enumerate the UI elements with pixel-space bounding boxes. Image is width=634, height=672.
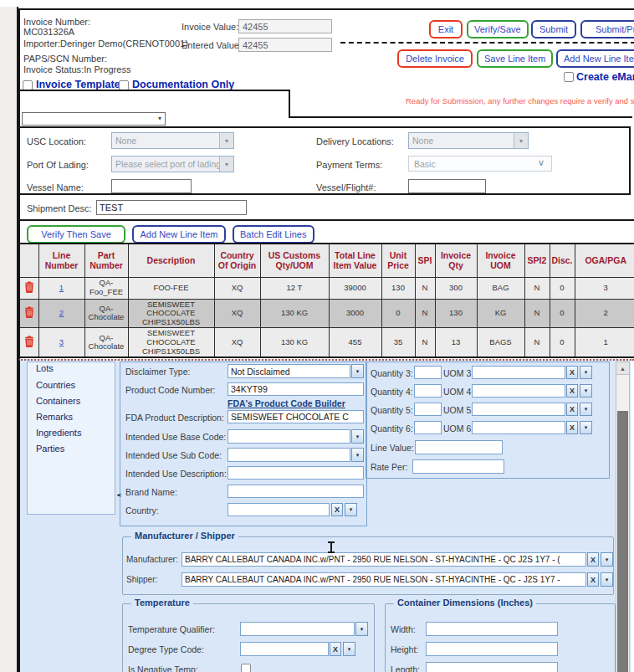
brand-name-input[interactable] [228, 485, 364, 498]
fda-product-description-input[interactable] [228, 410, 364, 423]
chevron-down-icon[interactable]: ▾ [580, 366, 592, 379]
column-header[interactable]: Unit Price [381, 244, 415, 277]
country-input[interactable] [228, 503, 330, 516]
clear-icon[interactable]: X [587, 552, 599, 567]
invoice-value-input[interactable] [238, 19, 332, 33]
clear-icon[interactable]: X [566, 366, 578, 379]
column-header[interactable]: Description [128, 244, 214, 277]
delete-row-cell[interactable] [19, 328, 38, 357]
quantity-6-input[interactable] [414, 421, 442, 434]
sidebar-item-remarks[interactable]: Remarks [36, 412, 73, 422]
create-emanifest-checkbox[interactable] [564, 72, 574, 82]
column-header[interactable]: Disc. [550, 244, 575, 277]
degree-type-code-input[interactable] [240, 642, 329, 656]
uom-5-input[interactable] [472, 403, 565, 416]
temperature-fieldset: Temperature Temperature Qualifier: ▾ Deg… [122, 603, 375, 672]
intended-use-desc-input[interactable] [228, 466, 364, 480]
line-number-link[interactable]: 3 [59, 337, 64, 346]
vessel-name-input[interactable] [111, 179, 192, 193]
quantity-5-input[interactable] [414, 403, 442, 416]
usc-location-select[interactable]: None ▾ [111, 132, 234, 149]
line-number-link[interactable]: 2 [59, 308, 64, 317]
column-header[interactable]: Invoice Qty [435, 244, 477, 277]
chevron-down-icon[interactable]: ▾ [351, 429, 364, 444]
line-number-link[interactable]: 1 [59, 283, 64, 292]
scrollbar-thumb[interactable] [617, 411, 628, 672]
column-header[interactable]: Part Number [84, 244, 128, 277]
is-negative-temp-checkbox[interactable] [241, 664, 251, 672]
exit-button[interactable]: Exit [429, 20, 463, 38]
height-input[interactable] [426, 642, 558, 656]
delete-row-cell[interactable] [19, 277, 38, 299]
temperature-qualifier-select[interactable] [240, 622, 355, 636]
payment-terms-select[interactable]: Basic ∨ [408, 156, 552, 172]
uom-3-input[interactable] [472, 366, 565, 379]
column-header[interactable]: Total Line Item Value [329, 244, 381, 277]
line-number-cell[interactable]: 1 [38, 277, 84, 299]
sidebar-item-containers[interactable]: Containers [36, 396, 80, 406]
verify-then-save-button[interactable]: Verify Then Save [27, 225, 125, 244]
add-new-line-item-button[interactable]: Add New Line Item [556, 49, 634, 68]
chevron-down-icon[interactable]: ▾ [351, 448, 364, 462]
width-input[interactable] [426, 622, 558, 636]
clear-icon[interactable]: X [566, 421, 578, 434]
column-header[interactable]: SPI2 [524, 244, 550, 277]
intended-use-base-select[interactable] [228, 429, 350, 444]
sidebar-item-lots[interactable]: Lots [36, 363, 54, 373]
line-value-input[interactable] [415, 440, 503, 454]
sidebar-item-parties[interactable]: Parties [36, 444, 64, 454]
vessel-flight-input[interactable] [408, 179, 486, 193]
chevron-down-icon[interactable]: ▾ [601, 552, 613, 567]
submit-button[interactable]: Submit [531, 20, 576, 38]
add-new-line-item-button-2[interactable]: Add New Line Item [132, 225, 226, 244]
clear-icon[interactable]: X [587, 572, 599, 587]
chevron-down-icon[interactable]: ▾ [580, 403, 592, 416]
header-empty-select[interactable]: ▾ [22, 112, 166, 126]
line-number-cell[interactable]: 3 [38, 328, 84, 357]
sidebar-item-countries[interactable]: Countries [36, 380, 75, 390]
clear-icon[interactable]: X [331, 503, 343, 516]
column-header[interactable]: Invoice UOM [477, 244, 524, 277]
column-header[interactable]: Line Number [38, 244, 84, 277]
uom-4-input[interactable] [472, 384, 565, 398]
clear-icon[interactable]: X [330, 642, 341, 656]
chevron-down-icon[interactable]: ▾ [601, 572, 613, 587]
clear-icon[interactable]: X [566, 403, 578, 416]
chevron-down-icon[interactable]: ▾ [345, 503, 357, 516]
chevron-down-icon[interactable]: ▾ [580, 421, 592, 434]
rate-per-input[interactable] [412, 459, 504, 474]
verify-save-button[interactable]: Verify/Save [467, 20, 529, 38]
line-number-cell[interactable]: 2 [38, 299, 84, 328]
uom-6-input[interactable] [472, 421, 565, 434]
port-of-lading-select[interactable]: Please select port of lading ▾ [111, 156, 234, 172]
column-header[interactable]: US Customs Qty/UOM [260, 244, 329, 277]
entered-value-input[interactable] [238, 38, 332, 52]
quantity-3-input[interactable] [414, 366, 442, 379]
scroll-up-icon[interactable]: ▲ [616, 362, 629, 375]
fda-product-code-builder-link[interactable]: FDA's Product Code Builder [228, 398, 345, 408]
chevron-down-icon[interactable]: ▾ [343, 642, 355, 656]
sidebar-item-ingredients[interactable]: Ingredients [36, 428, 81, 438]
column-header[interactable]: OGA/PGA [575, 244, 634, 277]
delete-invoice-button[interactable]: Delete Invoice [397, 49, 473, 68]
chevron-down-icon[interactable]: ▾ [351, 364, 364, 378]
intended-use-sub-select[interactable] [228, 448, 350, 462]
delete-row-cell[interactable] [19, 299, 38, 328]
shipper-select[interactable]: BARRY CALLEBAUT CANADA INC.w/PNT - 2950 … [182, 572, 586, 587]
chevron-down-icon[interactable]: ▾ [580, 384, 592, 398]
submit-print-button[interactable]: Submit/Print [580, 20, 634, 38]
product-code-input[interactable] [228, 382, 364, 396]
save-line-item-button[interactable]: Save Line Item [477, 49, 553, 68]
length-input[interactable] [426, 662, 558, 672]
quantity-4-input[interactable] [414, 384, 442, 398]
vertical-scrollbar[interactable]: ▲ [616, 362, 630, 672]
delivery-locations-select[interactable]: None ▾ [408, 132, 529, 149]
clear-icon[interactable]: X [566, 384, 578, 398]
disclaimer-type-select[interactable]: Not Disclaimed [228, 364, 350, 378]
batch-edit-lines-button[interactable]: Batch Edit Lines [233, 225, 314, 244]
column-header[interactable]: SPI [415, 244, 435, 277]
column-header[interactable]: Country Of Origin [214, 244, 260, 277]
shipment-desc-input[interactable] [96, 200, 247, 215]
manufacturer-select[interactable]: BARRY CALLEBAUT CANADA INC.w/PNT - 2950 … [182, 552, 586, 567]
chevron-down-icon[interactable]: ▾ [355, 622, 368, 636]
